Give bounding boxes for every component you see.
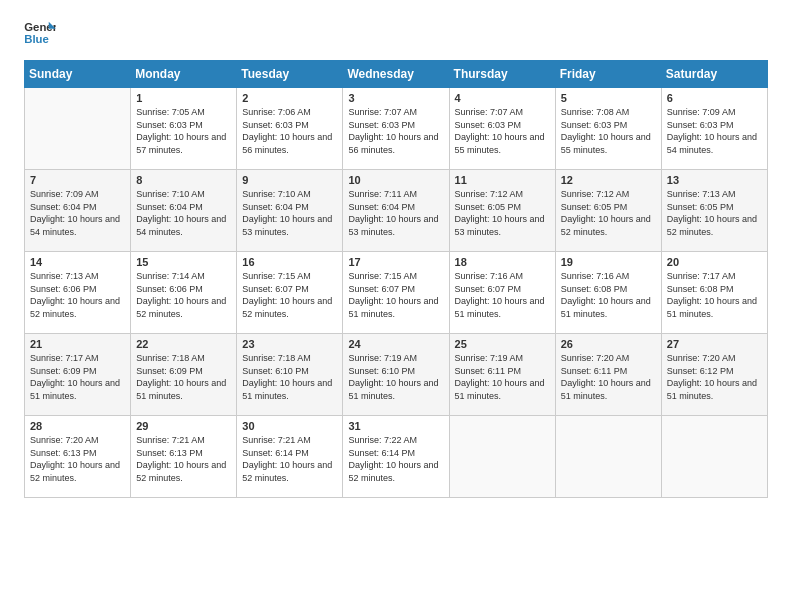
day-cell: 2Sunrise: 7:06 AMSunset: 6:03 PMDaylight…: [237, 88, 343, 170]
day-info: Sunrise: 7:07 AMSunset: 6:03 PMDaylight:…: [455, 106, 550, 156]
day-number: 16: [242, 256, 337, 268]
day-number: 4: [455, 92, 550, 104]
svg-text:Blue: Blue: [24, 33, 49, 45]
day-number: 9: [242, 174, 337, 186]
day-cell: 7Sunrise: 7:09 AMSunset: 6:04 PMDaylight…: [25, 170, 131, 252]
day-cell: [449, 416, 555, 498]
header: General Blue: [24, 20, 768, 48]
day-cell: [661, 416, 767, 498]
day-number: 13: [667, 174, 762, 186]
day-header: Saturday: [661, 61, 767, 88]
day-number: 7: [30, 174, 125, 186]
day-info: Sunrise: 7:19 AMSunset: 6:10 PMDaylight:…: [348, 352, 443, 402]
day-number: 22: [136, 338, 231, 350]
day-info: Sunrise: 7:11 AMSunset: 6:04 PMDaylight:…: [348, 188, 443, 238]
day-header: Monday: [131, 61, 237, 88]
day-number: 26: [561, 338, 656, 350]
day-header: Friday: [555, 61, 661, 88]
day-cell: [25, 88, 131, 170]
day-number: 23: [242, 338, 337, 350]
day-number: 25: [455, 338, 550, 350]
day-number: 6: [667, 92, 762, 104]
day-cell: 25Sunrise: 7:19 AMSunset: 6:11 PMDayligh…: [449, 334, 555, 416]
day-cell: 3Sunrise: 7:07 AMSunset: 6:03 PMDaylight…: [343, 88, 449, 170]
day-header: Wednesday: [343, 61, 449, 88]
day-cell: 6Sunrise: 7:09 AMSunset: 6:03 PMDaylight…: [661, 88, 767, 170]
day-number: 28: [30, 420, 125, 432]
day-info: Sunrise: 7:19 AMSunset: 6:11 PMDaylight:…: [455, 352, 550, 402]
day-cell: 21Sunrise: 7:17 AMSunset: 6:09 PMDayligh…: [25, 334, 131, 416]
day-number: 31: [348, 420, 443, 432]
calendar-table: SundayMondayTuesdayWednesdayThursdayFrid…: [24, 60, 768, 498]
day-info: Sunrise: 7:08 AMSunset: 6:03 PMDaylight:…: [561, 106, 656, 156]
day-info: Sunrise: 7:06 AMSunset: 6:03 PMDaylight:…: [242, 106, 337, 156]
day-info: Sunrise: 7:13 AMSunset: 6:06 PMDaylight:…: [30, 270, 125, 320]
day-number: 15: [136, 256, 231, 268]
day-header: Tuesday: [237, 61, 343, 88]
day-info: Sunrise: 7:20 AMSunset: 6:13 PMDaylight:…: [30, 434, 125, 484]
day-cell: 13Sunrise: 7:13 AMSunset: 6:05 PMDayligh…: [661, 170, 767, 252]
day-number: 20: [667, 256, 762, 268]
day-info: Sunrise: 7:14 AMSunset: 6:06 PMDaylight:…: [136, 270, 231, 320]
day-header: Thursday: [449, 61, 555, 88]
day-cell: 28Sunrise: 7:20 AMSunset: 6:13 PMDayligh…: [25, 416, 131, 498]
day-info: Sunrise: 7:21 AMSunset: 6:14 PMDaylight:…: [242, 434, 337, 484]
day-number: 10: [348, 174, 443, 186]
week-row: 7Sunrise: 7:09 AMSunset: 6:04 PMDaylight…: [25, 170, 768, 252]
day-info: Sunrise: 7:09 AMSunset: 6:04 PMDaylight:…: [30, 188, 125, 238]
day-info: Sunrise: 7:20 AMSunset: 6:11 PMDaylight:…: [561, 352, 656, 402]
day-number: 17: [348, 256, 443, 268]
day-number: 11: [455, 174, 550, 186]
day-info: Sunrise: 7:17 AMSunset: 6:09 PMDaylight:…: [30, 352, 125, 402]
day-info: Sunrise: 7:10 AMSunset: 6:04 PMDaylight:…: [242, 188, 337, 238]
day-cell: 26Sunrise: 7:20 AMSunset: 6:11 PMDayligh…: [555, 334, 661, 416]
day-info: Sunrise: 7:05 AMSunset: 6:03 PMDaylight:…: [136, 106, 231, 156]
day-info: Sunrise: 7:12 AMSunset: 6:05 PMDaylight:…: [561, 188, 656, 238]
day-cell: 9Sunrise: 7:10 AMSunset: 6:04 PMDaylight…: [237, 170, 343, 252]
page: General Blue SundayMondayTuesdayWednesda…: [0, 0, 792, 612]
day-cell: 8Sunrise: 7:10 AMSunset: 6:04 PMDaylight…: [131, 170, 237, 252]
day-info: Sunrise: 7:07 AMSunset: 6:03 PMDaylight:…: [348, 106, 443, 156]
logo-icon: General Blue: [24, 20, 56, 48]
day-number: 1: [136, 92, 231, 104]
day-info: Sunrise: 7:22 AMSunset: 6:14 PMDaylight:…: [348, 434, 443, 484]
day-cell: 23Sunrise: 7:18 AMSunset: 6:10 PMDayligh…: [237, 334, 343, 416]
day-number: 18: [455, 256, 550, 268]
day-cell: 22Sunrise: 7:18 AMSunset: 6:09 PMDayligh…: [131, 334, 237, 416]
day-info: Sunrise: 7:18 AMSunset: 6:09 PMDaylight:…: [136, 352, 231, 402]
day-cell: 11Sunrise: 7:12 AMSunset: 6:05 PMDayligh…: [449, 170, 555, 252]
day-cell: 16Sunrise: 7:15 AMSunset: 6:07 PMDayligh…: [237, 252, 343, 334]
day-number: 27: [667, 338, 762, 350]
day-number: 19: [561, 256, 656, 268]
day-info: Sunrise: 7:17 AMSunset: 6:08 PMDaylight:…: [667, 270, 762, 320]
day-info: Sunrise: 7:09 AMSunset: 6:03 PMDaylight:…: [667, 106, 762, 156]
day-cell: 27Sunrise: 7:20 AMSunset: 6:12 PMDayligh…: [661, 334, 767, 416]
day-number: 21: [30, 338, 125, 350]
day-cell: 18Sunrise: 7:16 AMSunset: 6:07 PMDayligh…: [449, 252, 555, 334]
week-row: 21Sunrise: 7:17 AMSunset: 6:09 PMDayligh…: [25, 334, 768, 416]
day-number: 24: [348, 338, 443, 350]
day-cell: 29Sunrise: 7:21 AMSunset: 6:13 PMDayligh…: [131, 416, 237, 498]
day-number: 5: [561, 92, 656, 104]
day-cell: 19Sunrise: 7:16 AMSunset: 6:08 PMDayligh…: [555, 252, 661, 334]
day-number: 12: [561, 174, 656, 186]
day-number: 8: [136, 174, 231, 186]
day-cell: 31Sunrise: 7:22 AMSunset: 6:14 PMDayligh…: [343, 416, 449, 498]
day-number: 14: [30, 256, 125, 268]
day-number: 2: [242, 92, 337, 104]
day-number: 29: [136, 420, 231, 432]
day-cell: 1Sunrise: 7:05 AMSunset: 6:03 PMDaylight…: [131, 88, 237, 170]
day-info: Sunrise: 7:16 AMSunset: 6:08 PMDaylight:…: [561, 270, 656, 320]
day-cell: 30Sunrise: 7:21 AMSunset: 6:14 PMDayligh…: [237, 416, 343, 498]
day-info: Sunrise: 7:16 AMSunset: 6:07 PMDaylight:…: [455, 270, 550, 320]
day-info: Sunrise: 7:20 AMSunset: 6:12 PMDaylight:…: [667, 352, 762, 402]
header-row: SundayMondayTuesdayWednesdayThursdayFrid…: [25, 61, 768, 88]
day-cell: [555, 416, 661, 498]
day-header: Sunday: [25, 61, 131, 88]
week-row: 1Sunrise: 7:05 AMSunset: 6:03 PMDaylight…: [25, 88, 768, 170]
week-row: 28Sunrise: 7:20 AMSunset: 6:13 PMDayligh…: [25, 416, 768, 498]
day-cell: 10Sunrise: 7:11 AMSunset: 6:04 PMDayligh…: [343, 170, 449, 252]
day-info: Sunrise: 7:10 AMSunset: 6:04 PMDaylight:…: [136, 188, 231, 238]
day-number: 3: [348, 92, 443, 104]
day-cell: 20Sunrise: 7:17 AMSunset: 6:08 PMDayligh…: [661, 252, 767, 334]
